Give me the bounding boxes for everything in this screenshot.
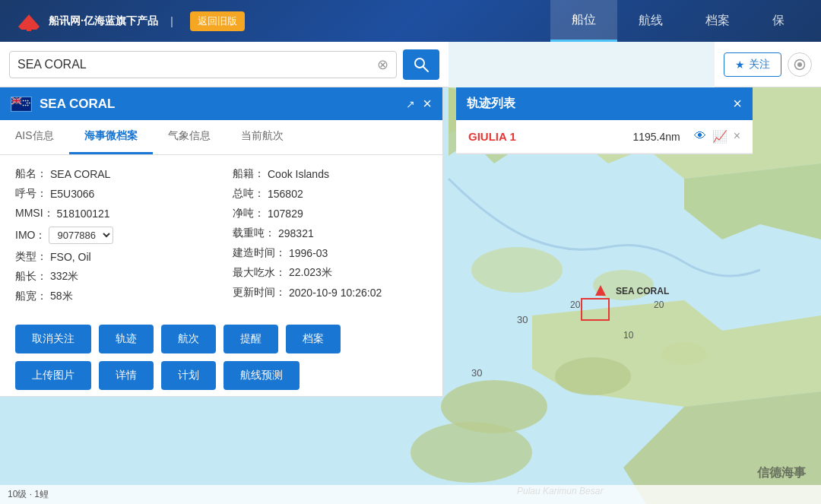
field-built-value: 1996-03 [289, 247, 328, 259]
ship-panel-header: ✦✦✦ ✦✦✦ ✦✦✦ SEA CORAL ↗ × [0, 87, 442, 120]
svg-line-3 [423, 67, 428, 71]
field-mmsi: MMSI： 518100121 [15, 207, 210, 220]
field-dwt-value: 298321 [278, 227, 314, 239]
field-updated-label: 更新时间： [233, 286, 286, 300]
field-imo-label: IMO： [15, 229, 46, 242]
track-panel-title: 轨迹列表 [467, 96, 515, 112]
logo-ship-icon [15, 10, 43, 33]
search-clear-icon[interactable]: ⊗ [377, 56, 388, 73]
field-mmsi-value: 518100121 [57, 208, 110, 220]
action-row-2: 上传图片 详情 计划 航线预测 [15, 361, 427, 390]
field-draft-label: 最大吃水： [233, 266, 286, 280]
field-dwt-label: 载重吨： [233, 227, 275, 240]
svg-point-7 [471, 247, 563, 293]
map-scale-label: 10级 · 1鲤 [8, 488, 49, 501]
ship-tabs: AIS信息 海事微档案 气象信息 当前航次 [0, 120, 442, 155]
svg-point-9 [555, 357, 631, 395]
alert-button[interactable]: 提醒 [223, 325, 278, 353]
logo-text: 船讯网·亿海蓝旗下产品 [49, 14, 158, 28]
track-distance: 1195.4nm [632, 131, 680, 143]
plan-button[interactable]: 计划 [161, 361, 216, 390]
route-predict-button[interactable]: 航线预测 [223, 361, 300, 390]
bottom-bar: 10级 · 1鲤 [0, 485, 821, 504]
field-shipname-value: SEA CORAL [50, 168, 110, 180]
search-input-wrap: ⊗ [9, 51, 397, 78]
field-mmsi-label: MMSI： [15, 207, 54, 220]
svg-text:10: 10 [623, 330, 634, 341]
nav-item-archive[interactable]: 档案 [684, 0, 751, 42]
search-icon [413, 56, 430, 73]
nav-item-more[interactable]: 保 [751, 0, 806, 42]
field-callsign-value: E5U3066 [50, 188, 94, 200]
tab-voyage[interactable]: 当前航次 [226, 120, 299, 154]
track-icons: 👁 📈 × [694, 129, 740, 144]
search-input[interactable] [17, 58, 372, 71]
field-length-value: 332米 [50, 270, 78, 284]
archive-button[interactable]: 档案 [286, 325, 341, 353]
svg-point-4 [797, 62, 802, 67]
field-grt-value: 156802 [268, 188, 303, 200]
follow-area: ★ 关注 [715, 42, 821, 87]
ship-panel-close-icon[interactable]: × [423, 95, 432, 113]
settings-circle-button[interactable] [788, 52, 812, 77]
field-type-value: FSO, Oil [50, 251, 91, 263]
old-version-button[interactable]: 返回旧版 [190, 11, 245, 31]
field-width-value: 58米 [50, 290, 73, 303]
track-button[interactable]: 轨迹 [99, 325, 154, 353]
details-button[interactable]: 详情 [99, 361, 154, 390]
action-row-1: 取消关注 轨迹 航次 提醒 档案 [15, 325, 427, 353]
star-icon: ★ [735, 59, 745, 71]
unfollow-button[interactable]: 取消关注 [15, 325, 91, 353]
field-dwt: 载重吨： 298321 [233, 227, 427, 240]
field-type: 类型： FSO, Oil [15, 250, 210, 264]
field-nrt: 净吨： 107829 [233, 207, 427, 220]
field-callsign: 呼号： E5U3066 [15, 187, 210, 201]
imo-select[interactable]: 9077886 [49, 227, 113, 244]
field-draft: 最大吃水： 22.023米 [233, 266, 427, 280]
field-built-label: 建造时间： [233, 246, 286, 260]
data-col-left: 船名： SEA CORAL 呼号： E5U3066 MMSI： 51810012… [15, 167, 210, 303]
tab-ais[interactable]: AIS信息 [0, 120, 69, 154]
search-button[interactable] [403, 49, 439, 80]
field-callsign-label: 呼号： [15, 187, 47, 201]
ship-data-grid: 船名： SEA CORAL 呼号： E5U3066 MMSI： 51810012… [0, 155, 442, 315]
data-col-right: 船籍： Cook Islands 总吨： 156802 净吨： 107829 载… [233, 167, 427, 303]
ship-info-panel: ✦✦✦ ✦✦✦ ✦✦✦ SEA CORAL ↗ × AIS信息 海事微档案 气象… [0, 87, 443, 397]
follow-button[interactable]: ★ 关注 [724, 52, 781, 77]
watermark: 信德海事 [757, 465, 806, 481]
track-list-panel: 轨迹列表 × GIULIA 1 1195.4nm 👁 📈 × [456, 87, 753, 154]
field-built: 建造时间： 1996-03 [233, 246, 427, 260]
field-draft-value: 22.023米 [289, 266, 332, 280]
ship-panel-title: SEA CORAL [40, 97, 395, 112]
field-imo: IMO： 9077886 [15, 227, 210, 244]
svg-text:SEA CORAL: SEA CORAL [616, 286, 669, 296]
track-chart-icon[interactable]: 📈 [712, 129, 727, 144]
upload-photo-button[interactable]: 上传图片 [15, 361, 91, 390]
nav-item-shippos[interactable]: 船位 [550, 0, 617, 42]
field-flag-value: Cook Islands [268, 168, 329, 180]
svg-text:20: 20 [654, 300, 664, 310]
flag-icon: ✦✦✦ ✦✦✦ ✦✦✦ [11, 97, 32, 112]
svg-text:30: 30 [517, 314, 528, 325]
track-eye-icon[interactable]: 👁 [694, 129, 706, 144]
field-nrt-label: 净吨： [233, 207, 265, 220]
field-type-label: 类型： [15, 250, 47, 264]
tab-maritime[interactable]: 海事微档案 [69, 120, 153, 154]
nav-item-route[interactable]: 航线 [617, 0, 684, 42]
track-panel-close-icon[interactable]: × [733, 95, 742, 113]
logo: 船讯网·亿海蓝旗下产品 | 返回旧版 [15, 10, 245, 33]
track-delete-icon[interactable]: × [734, 129, 740, 144]
svg-point-12 [661, 342, 707, 365]
field-shipname-label: 船名： [15, 167, 47, 181]
tab-weather[interactable]: 气象信息 [153, 120, 226, 154]
svg-text:✦✦✦: ✦✦✦ [26, 102, 32, 105]
settings-icon [794, 59, 806, 71]
track-panel-header: 轨迹列表 × [456, 87, 753, 120]
svg-rect-1 [27, 27, 31, 31]
field-grt: 总吨： 156802 [233, 187, 427, 201]
field-grt-label: 总吨： [233, 187, 265, 201]
voyage-button[interactable]: 航次 [161, 325, 216, 353]
track-item: GIULIA 1 1195.4nm 👁 📈 × [456, 120, 753, 154]
external-link-icon[interactable]: ↗ [406, 98, 415, 110]
track-ship-name: GIULIA 1 [468, 130, 625, 143]
